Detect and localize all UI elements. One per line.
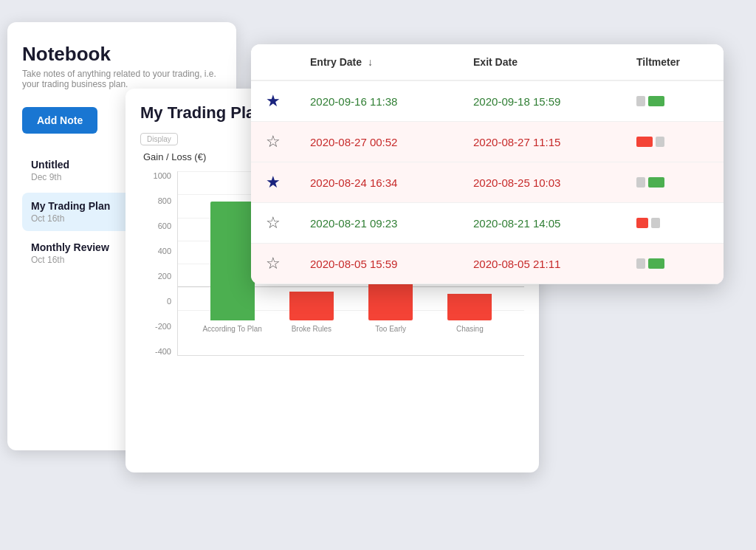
entry-date-cell: 2020-08-24 16:34 bbox=[295, 162, 458, 203]
table-panel: Entry Date ↓ Exit Date Tiltmeter ★2020-0… bbox=[251, 44, 724, 284]
table-row[interactable]: ☆2020-08-21 09:232020-08-21 14:05 bbox=[251, 203, 724, 244]
add-note-button[interactable]: Add Note bbox=[22, 107, 97, 134]
table-row[interactable]: ★2020-08-24 16:342020-08-25 10:03 bbox=[251, 162, 724, 203]
exit-date-cell: 2020-09-18 15:59 bbox=[458, 80, 622, 122]
tilt-block-gray bbox=[656, 137, 664, 147]
star-cell[interactable]: ★ bbox=[251, 162, 295, 203]
tiltmeter-cell bbox=[622, 122, 724, 162]
tilt-block-red bbox=[636, 137, 653, 147]
notebook-title: Notebook bbox=[22, 43, 221, 66]
tiltmeter-cell bbox=[622, 80, 724, 122]
table-row[interactable]: ★2020-09-16 11:382020-09-18 15:59 bbox=[251, 80, 724, 122]
col-header-tiltmeter: Tiltmeter bbox=[622, 44, 724, 80]
entry-date-cell: 2020-09-16 11:38 bbox=[295, 80, 458, 122]
trades-table: Entry Date ↓ Exit Date Tiltmeter ★2020-0… bbox=[251, 44, 724, 284]
entry-date-cell: 2020-08-05 15:59 bbox=[295, 244, 458, 284]
tilt-block-gray bbox=[636, 177, 645, 188]
bar-broke bbox=[289, 292, 334, 320]
star-cell[interactable]: ☆ bbox=[251, 203, 295, 244]
tilt-block-gray bbox=[651, 218, 660, 228]
notebook-subtitle: Take notes of anything related to your t… bbox=[22, 69, 221, 89]
exit-date-cell: 2020-08-25 10:03 bbox=[458, 162, 622, 203]
table-row[interactable]: ☆2020-08-05 15:592020-08-05 21:11 bbox=[251, 244, 724, 284]
table-row[interactable]: ☆2020-08-27 00:522020-08-27 11:15 bbox=[251, 122, 724, 162]
entry-date-cell: 2020-08-27 00:52 bbox=[295, 122, 458, 162]
bar-label-according: According To Plan bbox=[202, 325, 261, 333]
tiltmeter-cell bbox=[622, 203, 724, 244]
bar-label-tooearly: Too Early bbox=[375, 325, 406, 333]
tilt-block-gray bbox=[636, 96, 645, 106]
tilt-block-green bbox=[648, 96, 664, 106]
tilt-block-red bbox=[636, 218, 648, 228]
star-cell[interactable]: ★ bbox=[251, 80, 295, 122]
star-cell[interactable]: ☆ bbox=[251, 244, 295, 284]
col-header-exit-date: Exit Date bbox=[458, 44, 622, 80]
tiltmeter-cell bbox=[622, 162, 724, 203]
table-body: ★2020-09-16 11:382020-09-18 15:59☆2020-0… bbox=[251, 80, 724, 284]
bar-chasing bbox=[447, 294, 492, 320]
tiltmeter-cell bbox=[622, 244, 724, 284]
table-header-row: Entry Date ↓ Exit Date Tiltmeter bbox=[251, 44, 724, 80]
star-cell[interactable]: ☆ bbox=[251, 122, 295, 162]
star-empty-icon: ☆ bbox=[266, 254, 281, 272]
star-filled-icon: ★ bbox=[266, 173, 281, 191]
star-filled-icon: ★ bbox=[266, 92, 281, 110]
tilt-block-green bbox=[648, 177, 664, 188]
y-axis-labels: 1000 800 600 400 200 0 -200 -400 bbox=[140, 171, 176, 356]
exit-date-cell: 2020-08-05 21:11 bbox=[458, 244, 622, 284]
bar-label-chasing: Chasing bbox=[456, 325, 484, 333]
exit-date-cell: 2020-08-27 11:15 bbox=[458, 122, 622, 162]
bar-tooearly bbox=[368, 283, 413, 320]
star-empty-icon: ☆ bbox=[266, 132, 281, 151]
bar-according bbox=[210, 202, 255, 320]
bar-label-broke: Broke Rules bbox=[292, 325, 331, 333]
sort-arrow-icon: ↓ bbox=[368, 56, 373, 68]
chart-display-label: Display bbox=[140, 133, 178, 145]
exit-date-cell: 2020-08-21 14:05 bbox=[458, 203, 622, 244]
tilt-block-green bbox=[648, 258, 664, 269]
tilt-block-gray bbox=[636, 258, 645, 269]
col-header-star bbox=[251, 44, 295, 80]
star-empty-icon: ☆ bbox=[266, 213, 281, 232]
entry-date-cell: 2020-08-21 09:23 bbox=[295, 203, 458, 244]
col-header-entry-date[interactable]: Entry Date ↓ bbox=[295, 44, 458, 80]
